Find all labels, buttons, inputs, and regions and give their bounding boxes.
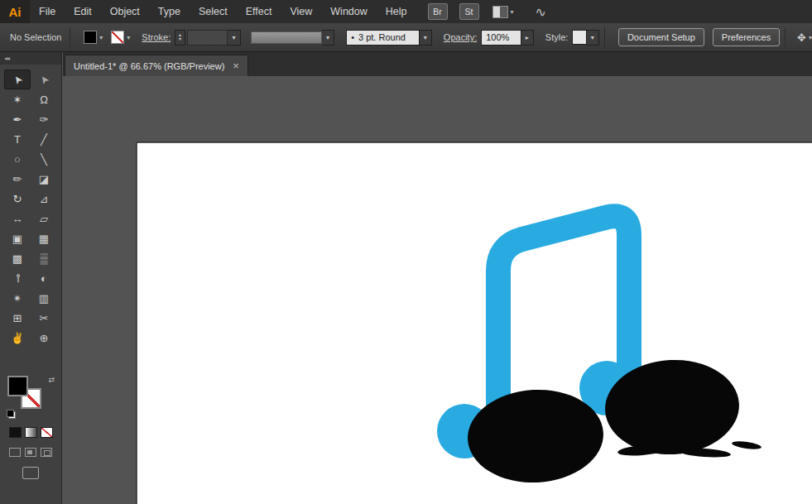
opacity-slider-button[interactable]: ▸ xyxy=(521,30,534,46)
default-fill-icon xyxy=(7,410,14,417)
bridge-button[interactable]: Br xyxy=(428,3,448,20)
perspective-grid-tool[interactable]: ▦ xyxy=(31,228,57,248)
blob-brush-tool[interactable]: ✑ xyxy=(31,109,57,129)
document-tab-bar: Untitled-1* @ 66.67% (RGB/Preview) × xyxy=(63,51,812,76)
variable-width-profile-dropdown[interactable]: ▾ xyxy=(322,30,334,46)
close-icon[interactable]: × xyxy=(233,60,239,71)
canvas[interactable] xyxy=(63,76,812,504)
rotate-tool[interactable]: ↻ xyxy=(4,189,31,209)
chevron-down-icon: ▾ xyxy=(809,34,812,41)
lasso-tool-icon: Ω xyxy=(40,94,48,106)
none-button[interactable] xyxy=(41,427,53,438)
hand-tool[interactable]: ✌ xyxy=(4,328,31,348)
slice-tool[interactable]: ✂ xyxy=(31,308,57,328)
opacity-value: 100% xyxy=(486,32,509,42)
mesh-tool[interactable]: ▩ xyxy=(4,248,31,268)
eraser-tool-icon: ◪ xyxy=(39,173,49,185)
chevron-right-icon: ▸ xyxy=(526,34,529,41)
style-dropdown[interactable]: ▾ xyxy=(587,30,599,46)
gradient-button[interactable] xyxy=(25,427,37,438)
stroke-label[interactable]: Stroke: xyxy=(142,32,171,42)
arrange-documents-button[interactable]: ▾ xyxy=(492,6,514,18)
color-button[interactable] xyxy=(9,427,22,438)
symbol-sprayer-tool[interactable]: ✴ xyxy=(4,288,31,308)
draw-behind-button[interactable] xyxy=(25,448,36,457)
width-tool[interactable]: ↔ xyxy=(4,209,31,228)
brush-definition-field[interactable]: • 3 pt. Round xyxy=(346,30,419,46)
direct-selection-tool[interactable]: ➤ xyxy=(31,70,57,89)
menu-effect[interactable]: Effect xyxy=(237,0,281,23)
stroke-weight-field[interactable] xyxy=(187,30,228,46)
pencil-tool[interactable]: ✏ xyxy=(4,169,31,189)
perspective-grid-tool-icon: ▦ xyxy=(39,233,49,245)
gradient-tool-icon: ▒ xyxy=(40,252,47,265)
stroke-weight-dropdown[interactable]: ▾ xyxy=(228,30,240,46)
menu-type[interactable]: Type xyxy=(149,0,190,23)
app-logo: Ai xyxy=(0,0,30,23)
workspace-switcher[interactable]: ✥ ▾ xyxy=(797,31,812,44)
hand-tool-icon: ✌ xyxy=(11,332,24,344)
type-tool-icon: T xyxy=(14,133,21,146)
magic-wand-tool[interactable]: ✶ xyxy=(4,89,31,109)
line-segment-tool[interactable]: ╱ xyxy=(31,129,57,149)
ellipse-tool[interactable]: ○ xyxy=(4,149,31,169)
menu-file[interactable]: File xyxy=(30,0,65,23)
lasso-tool[interactable]: Ω xyxy=(31,89,57,109)
zoom-tool[interactable]: ⊕ xyxy=(31,328,57,348)
menu-edit[interactable]: Edit xyxy=(65,0,101,23)
menu-view[interactable]: View xyxy=(281,0,321,23)
cs-live-icon[interactable]: ∿ xyxy=(536,4,546,20)
menu-bar: Ai File Edit Object Type Select Effect V… xyxy=(0,0,812,23)
shape-builder-tool[interactable]: ▣ xyxy=(4,228,31,248)
blend-tool[interactable]: ◐ xyxy=(31,268,57,288)
eyedropper-tool[interactable]: ⊸ xyxy=(4,268,31,288)
paintbrush-tool[interactable]: ╲ xyxy=(31,149,57,169)
draw-normal-button[interactable] xyxy=(9,448,21,457)
shape-builder-tool-icon: ▣ xyxy=(12,233,22,245)
magic-wand-tool-icon: ✶ xyxy=(13,94,22,106)
selection-tool-icon: ➤ xyxy=(10,72,26,87)
preferences-button[interactable]: Preferences xyxy=(713,28,780,46)
scale-tool[interactable]: ⊿ xyxy=(31,189,57,209)
draw-inside-button[interactable] xyxy=(41,448,52,457)
collapse-panel-icon[interactable]: ◂◂ xyxy=(4,55,9,62)
screen-mode-button[interactable] xyxy=(22,467,39,479)
type-tool[interactable]: T xyxy=(4,129,31,149)
artwork-svg xyxy=(63,76,812,504)
fill-stroke-indicator: ⇄ xyxy=(7,376,55,414)
stroke-none-swatch-icon xyxy=(111,31,124,44)
tool-grid: ➤ ➤ ✶ Ω ✒ ✑ T ╱ ○ ╲ ✏ ◪ ↻ ⊿ ↔ ▱ ▣ ▦ ▩ ▒ … xyxy=(0,65,61,348)
opacity-label[interactable]: Opacity: xyxy=(444,32,477,42)
free-transform-tool[interactable]: ▱ xyxy=(31,209,57,228)
style-swatch[interactable] xyxy=(572,30,586,45)
pen-tool[interactable]: ✒ xyxy=(4,109,31,129)
document-setup-button[interactable]: Document Setup xyxy=(618,28,704,46)
style-label: Style: xyxy=(545,32,569,42)
fill-indicator[interactable] xyxy=(7,376,28,396)
fill-color-picker[interactable]: ▾ xyxy=(84,31,103,44)
column-graph-tool-icon: ▥ xyxy=(39,292,49,305)
stock-button[interactable]: St xyxy=(459,3,479,20)
chevron-down-icon: ▾ xyxy=(326,34,329,41)
artboard-tool[interactable]: ⊞ xyxy=(4,308,31,328)
document-tab[interactable]: Untitled-1* @ 66.67% (RGB/Preview) × xyxy=(65,55,248,76)
workspace-icon: ✥ xyxy=(797,31,806,44)
line-segment-tool-icon: ╱ xyxy=(41,133,47,146)
menu-select[interactable]: Select xyxy=(190,0,237,23)
stroke-weight-stepper[interactable]: ▴ ▾ xyxy=(175,30,185,46)
eraser-tool[interactable]: ◪ xyxy=(31,169,57,189)
illustrator-window: Ai File Edit Object Type Select Effect V… xyxy=(0,0,812,504)
brush-definition-dropdown[interactable]: ▾ xyxy=(420,30,432,46)
menu-object[interactable]: Object xyxy=(101,0,149,23)
chevron-down-icon: ▾ xyxy=(233,34,236,41)
menu-help[interactable]: Help xyxy=(377,0,416,23)
eyedropper-tool-icon: ⊸ xyxy=(12,274,24,283)
default-fill-stroke-button[interactable] xyxy=(7,410,16,419)
selection-tool[interactable]: ➤ xyxy=(4,70,31,89)
opacity-field[interactable]: 100% xyxy=(481,30,521,46)
gradient-tool[interactable]: ▒ xyxy=(31,248,57,268)
swap-fill-stroke-icon[interactable]: ⇄ xyxy=(48,376,55,384)
column-graph-tool[interactable]: ▥ xyxy=(31,288,57,308)
stroke-color-picker[interactable]: ▾ xyxy=(111,31,130,44)
menu-window[interactable]: Window xyxy=(321,0,376,23)
